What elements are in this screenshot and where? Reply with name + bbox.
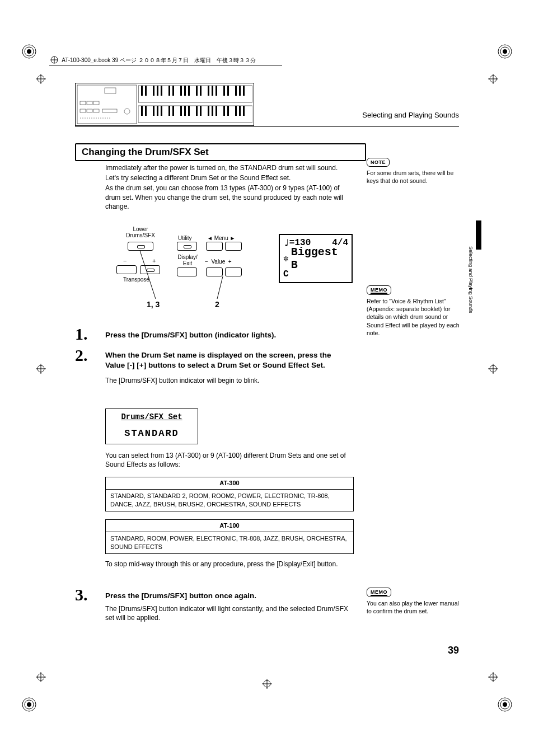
svg-point-45 [124, 109, 130, 114]
svg-rect-83 [208, 106, 209, 116]
crop-rosette-icon [497, 697, 513, 712]
crop-rosette-icon [497, 44, 513, 59]
drums-sfx-button-icon [128, 242, 153, 251]
step-number: 1. [75, 325, 88, 344]
svg-rect-44 [102, 109, 117, 112]
table-at300-items: STANDARD, STANDARD 2, ROOM, ROOM2, POWER… [106, 490, 353, 511]
svg-rect-59 [188, 86, 190, 96]
registration-mark-icon [488, 672, 498, 682]
section-thumb-tab [476, 220, 481, 250]
svg-rect-38 [80, 101, 86, 105]
step-3-body: The [Drums/SFX] button indicator will li… [105, 604, 353, 622]
svg-rect-54 [161, 86, 162, 96]
label-plus: + [152, 257, 156, 264]
step-number: 2. [75, 346, 88, 365]
display-exit-button-icon [177, 267, 197, 276]
book-mark-icon [50, 56, 58, 65]
svg-rect-81 [196, 106, 198, 116]
page-breadcrumb: Selecting and Playing Sounds [362, 111, 459, 119]
label-lower-drums: Lower Drums/SFX [121, 226, 160, 238]
drumset-lcd-value: STANDARD [106, 428, 198, 439]
menu-right-button-icon [225, 242, 242, 251]
svg-rect-68 [239, 86, 241, 96]
section-heading: Changing the Drum/SFX Set [75, 143, 366, 161]
svg-rect-40 [93, 101, 99, 105]
header-underline [75, 126, 459, 127]
svg-rect-76 [168, 106, 170, 116]
menu-left-button-icon [206, 242, 223, 251]
intro-line: Immediately after the power is turned on… [105, 163, 353, 172]
registration-mark-icon [36, 364, 46, 374]
svg-rect-89 [239, 106, 241, 116]
step-1: Press the [Drums/SFX] button (indicator … [105, 330, 353, 340]
svg-rect-66 [227, 86, 229, 96]
svg-rect-85 [216, 106, 217, 116]
value-plus-button-icon [225, 267, 242, 276]
lcd-patch-name: Biggest B [291, 246, 348, 271]
utility-button-icon [177, 242, 197, 251]
print-header-text: AT-100-300_e.book 39 ページ ２００８年５月７日 水曜日 午… [62, 57, 256, 63]
svg-rect-64 [216, 86, 217, 96]
svg-rect-56 [172, 86, 174, 96]
keyboard-icon [138, 84, 252, 124]
step-1-head: Press the [Drums/SFX] button (indicator … [105, 330, 353, 340]
tempo-note-icon: ♩ [283, 237, 289, 249]
instrument-panel-icon [77, 84, 137, 124]
note-badge: NOTE [367, 158, 390, 167]
svg-rect-86 [223, 106, 225, 116]
arrow-right-icon: ► [229, 235, 235, 241]
svg-rect-58 [184, 86, 186, 96]
transpose-minus-button-icon [116, 265, 137, 274]
svg-rect-53 [157, 86, 158, 96]
lcd-screen: ♩ =130 4/4 ✲ Biggest B C [279, 234, 353, 283]
svg-rect-57 [180, 86, 182, 96]
instrument-illustration [75, 83, 254, 126]
intro-paragraph: Immediately after the power is turned on… [105, 163, 353, 211]
control-panel-figure: Lower Drums/SFX − + Transpose Utility ◄ … [105, 223, 353, 317]
svg-rect-62 [208, 86, 209, 96]
step-3-head: Press the [Drums/SFX] button once again. [105, 591, 353, 601]
svg-rect-78 [180, 106, 182, 116]
transpose-plus-button-icon [140, 265, 160, 274]
svg-rect-61 [200, 86, 202, 96]
svg-rect-69 [243, 86, 245, 96]
note-block: NOTE For some drum sets, there will be k… [367, 158, 465, 185]
memo-block: MEMO You can also play the lower manual … [367, 588, 465, 615]
svg-rect-36 [77, 85, 137, 124]
svg-rect-41 [80, 109, 86, 112]
svg-rect-51 [145, 86, 147, 96]
registration-mark-icon [262, 679, 272, 689]
lcd-chord: C [283, 269, 289, 279]
svg-rect-52 [153, 86, 154, 96]
memo-block: MEMO Refer to "Voice & Rhythm List" (App… [367, 285, 465, 337]
table-at100-items: STANDARD, ROOM, POWER, ELECTRONIC, TR-80… [106, 532, 353, 553]
step-3: Press the [Drums/SFX] button once again.… [105, 591, 353, 623]
svg-point-2 [27, 49, 31, 54]
svg-rect-63 [212, 86, 213, 96]
label-transpose: Transpose [123, 276, 149, 283]
svg-point-8 [27, 702, 31, 707]
svg-rect-60 [196, 86, 198, 96]
memo-text: You can also play the lower manual to co… [367, 599, 465, 615]
svg-rect-74 [157, 106, 158, 116]
drumset-lcd: Drums/SFX Set STANDARD [105, 408, 198, 444]
table-at100: AT-100 STANDARD, ROOM, POWER, ELECTRONIC… [105, 519, 354, 554]
table-at100-title: AT-100 [106, 520, 353, 532]
table-at300-title: AT-300 [106, 477, 353, 490]
svg-rect-42 [87, 109, 92, 112]
svg-rect-90 [243, 106, 245, 116]
table-at300: AT-300 STANDARD, STANDARD 2, ROOM, ROOM2… [105, 477, 354, 511]
value-minus-button-icon [206, 267, 223, 276]
note-text: For some drum sets, there will be keys t… [367, 169, 465, 185]
drumset-lcd-title: Drums/SFX Set [106, 412, 198, 421]
svg-rect-50 [141, 86, 143, 96]
label-value: − Value + [205, 259, 232, 265]
step-2-body: The [Drums/SFX] button indicator will be… [105, 376, 353, 385]
intro-line: Let's try selecting a different Drum Set… [105, 173, 353, 182]
svg-rect-88 [235, 106, 237, 116]
svg-rect-65 [223, 86, 225, 96]
svg-point-11 [503, 702, 507, 707]
memo-badge: MEMO [367, 588, 391, 597]
svg-rect-43 [93, 109, 99, 112]
svg-point-5 [503, 49, 507, 54]
